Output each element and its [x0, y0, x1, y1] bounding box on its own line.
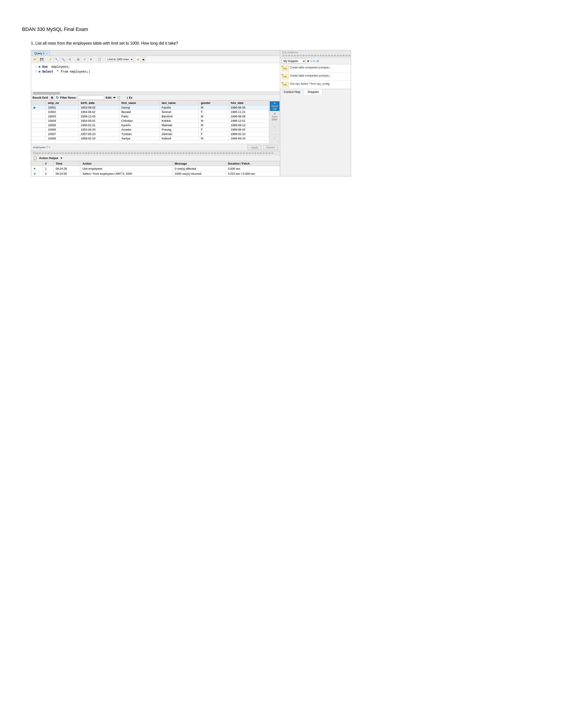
result-toolbar: Result Grid ⊞ ↻ Filter Rows: Edit: ✏ 📋 📄…: [31, 95, 280, 100]
limit-select[interactable]: Limit to 1000 rows: [105, 57, 133, 62]
output-col-num: #: [43, 161, 53, 166]
edit-pencil-icon[interactable]: ✏: [113, 96, 116, 99]
cell-gender: M: [198, 119, 228, 123]
favorite-star[interactable]: ★: [136, 57, 139, 62]
refresh-result-icon[interactable]: ↻: [56, 96, 59, 100]
output-copy-icon[interactable]: 📋: [33, 156, 37, 160]
table-row: 100021964-06-02BezalelSimmelF1985-11-21: [31, 110, 269, 114]
filter-input[interactable]: [78, 96, 104, 99]
snippet-item[interactable]: ★ SQL Use sys; Select * from sys_config;: [280, 81, 351, 89]
snippets-delete-icon[interactable]: ✗: [317, 59, 319, 63]
cell-last_name: Bamford: [159, 114, 199, 119]
snippets-edit-icon[interactable]: ✏: [313, 59, 316, 63]
snippet-button[interactable]: 📋: [97, 56, 102, 62]
output-toolbar: 📋 Action Output ▼: [31, 155, 280, 161]
sql-text-2: * from employees;: [55, 69, 90, 74]
table-tab[interactable]: employees 7 ×: [31, 145, 52, 150]
sql-editor[interactable]: 1 Use employees; 2 Select * from employe…: [31, 63, 280, 92]
search-button[interactable]: 🔍: [60, 56, 66, 62]
chevron-down-icon: ▼: [273, 126, 276, 129]
revert-button[interactable]: Revert: [263, 145, 278, 150]
row-arrow-cell: ▶: [31, 105, 46, 110]
cell-last_name: Simmel: [159, 110, 199, 114]
snippets-menu-icon[interactable]: ▼: [307, 60, 310, 63]
line-dot-2: [39, 71, 40, 73]
grid-button[interactable]: ⊞: [75, 56, 81, 62]
edit-paste-icon[interactable]: 📄: [122, 96, 125, 99]
form-icon: ☰: [274, 113, 276, 115]
col-birth_date: birth_date: [79, 101, 119, 105]
snippets-tab[interactable]: Snippets: [304, 89, 323, 95]
result-grid-button[interactable]: ⊞ ResultGrid: [270, 101, 279, 111]
output-col-duration: Duration / Fetch: [226, 161, 280, 166]
row-arrow-cell: [31, 132, 46, 136]
table-footer: employees 7 × Apply Revert: [31, 144, 280, 151]
snippet-item[interactable]: ★ SQL Create table companies (compan...: [280, 73, 351, 81]
grid-icon: ⊞: [274, 102, 275, 105]
apply-button[interactable]: Apply: [247, 145, 261, 150]
result-table: emp_no birth_date first_name last_name g…: [31, 100, 269, 141]
cancel-button[interactable]: ✗: [88, 56, 94, 62]
query-tab[interactable]: Query 1 ×: [32, 51, 50, 56]
col-first_name: first_name: [119, 101, 159, 105]
form-editor-button[interactable]: ☰ FormEditor: [270, 112, 279, 122]
cell-hire_date: 1989-02-10: [228, 132, 269, 136]
snippet-item[interactable]: ★ SQL Create table companies (compan...: [280, 64, 351, 73]
execute-current-button[interactable]: 🔧: [54, 56, 60, 62]
inactive-btn-1[interactable]: ▼: [270, 122, 279, 132]
snippet-text: Use sys; Select * from sys_config;: [290, 82, 330, 86]
cell-birth_date: 1957-05-23: [79, 132, 119, 136]
cell-last_name: Zielinski: [159, 132, 199, 136]
chevron-up-icon: ▲: [273, 137, 276, 139]
row-arrow-cell: [31, 114, 46, 119]
nav-button[interactable]: ◀: [140, 56, 146, 62]
cell-first_name: Tzvetan: [119, 132, 159, 136]
question-text: 1. List all rows from the employees tabl…: [31, 41, 541, 46]
cell-hire_date: 1994-09-15: [228, 136, 269, 141]
save-button[interactable]: 💾: [39, 56, 45, 62]
execute-button[interactable]: ⚡: [47, 56, 53, 62]
cell-birth_date: 1953-04-20: [79, 128, 119, 132]
right-panel: SQLAdditions ≫≫≫≫≫≫≫≫≫≫≫≫≫≫≫≫≫≫≫≫≫≫≫≫ My…: [280, 50, 351, 95]
output-col-message: Message: [172, 161, 226, 166]
cell-gender: M: [198, 105, 228, 110]
context-help-tab[interactable]: Context Help: [280, 89, 304, 95]
snippets-toolbar: My Snippets ▼ + ✏ ✗: [280, 58, 351, 64]
refresh-button[interactable]: ↺: [67, 56, 72, 62]
cell-gender: F: [198, 128, 228, 132]
result-grid[interactable]: emp_no birth_date first_name last_name g…: [31, 100, 269, 144]
row-arrow-cell: [31, 123, 46, 128]
table-row: 100081958-02-19SaniyaKalloufiM1994-09-15: [31, 136, 269, 141]
cell-first_name: Parto: [119, 114, 159, 119]
cell-last_name: Facello: [159, 105, 199, 110]
cell-first_name: Bezalel: [119, 110, 159, 114]
result-grid-btn-label: ResultGrid: [271, 105, 278, 110]
col-last_name: last_name: [159, 101, 199, 105]
result-grid-icon[interactable]: ⊞: [49, 95, 55, 100]
col-gender: gender: [198, 101, 228, 105]
cell-emp_no: 10001: [46, 105, 79, 110]
snippets-add-icon[interactable]: +: [311, 59, 312, 63]
snippet-star: ★: [281, 65, 284, 68]
snippet-icon: ★ SQL: [282, 74, 289, 79]
cell-emp_no: 10005: [46, 123, 79, 128]
cell-gender: M: [198, 136, 228, 141]
apply-row: Apply Revert: [246, 144, 280, 151]
output-cell-duration: 0.000 sec: [226, 166, 280, 171]
horizontal-scrollbar[interactable]: [31, 92, 280, 95]
edit-copy-icon[interactable]: 📋: [117, 96, 120, 99]
sql-line-2: 2 Select * from employees;: [33, 69, 278, 74]
query-tab-close[interactable]: ×: [46, 52, 47, 55]
scroll-thumb[interactable]: [33, 92, 60, 94]
open-button[interactable]: 📂: [32, 56, 38, 62]
snippet-list: ★ SQL Create table companies (compan... …: [280, 64, 351, 89]
cell-hire_date: 1985-11-21: [228, 110, 269, 114]
output-row: ●209:24:28Select * from employees LIMIT …: [31, 171, 280, 176]
check-button[interactable]: ✓: [82, 56, 87, 62]
row-arrow-cell: [31, 119, 46, 123]
cell-birth_date: 1953-09-02: [79, 105, 119, 110]
cell-hire_date: 1989-09-12: [228, 123, 269, 128]
snippets-select[interactable]: My Snippets: [282, 59, 306, 64]
action-output-dropdown[interactable]: ▼: [60, 157, 63, 160]
inactive-btn-2[interactable]: ▲: [270, 133, 279, 143]
